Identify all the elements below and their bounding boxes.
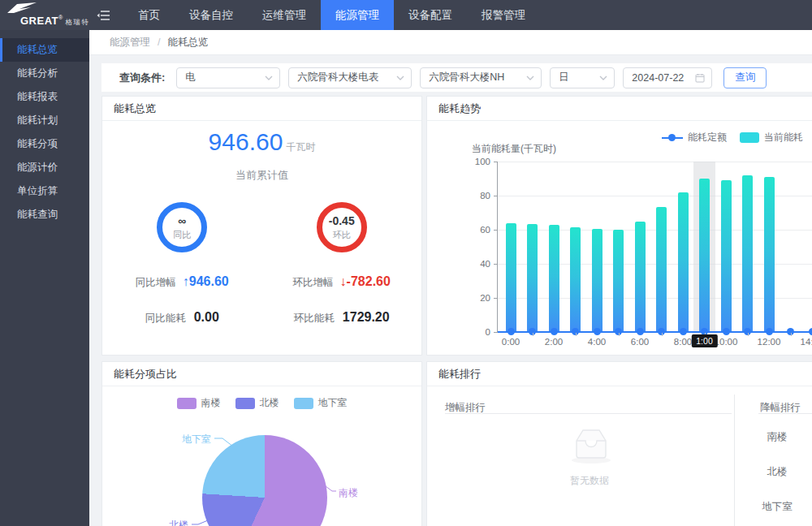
top-nav-items: 首页 设备自控 运维管理 能源管理 设备配置 报警管理	[123, 0, 540, 30]
top-nav: GREAT®格瑞特 首页 设备自控 运维管理 能源管理 设备配置 报警管理	[0, 0, 812, 30]
rank-item-north: 北楼	[753, 465, 801, 479]
pie-chart[interactable]	[202, 435, 327, 526]
sidebar-item-unit-conversion[interactable]: 单位折算	[0, 179, 89, 203]
yoy-energy-row: 同比能耗0.00	[102, 310, 262, 326]
rank-panel-title: 能耗排行	[427, 362, 812, 386]
x-axis-tick	[748, 333, 749, 336]
sidebar-item-query[interactable]: 能耗查询	[0, 203, 89, 226]
empty-state-text: 暂无数据	[549, 474, 630, 488]
quota-point-12:00[interactable]	[766, 328, 773, 335]
nav-item-alarm[interactable]: 报警管理	[467, 0, 540, 30]
calendar-icon	[695, 73, 705, 83]
legend-item-basement[interactable]: 地下室	[294, 396, 348, 410]
mom-growth-label: 环比增幅	[293, 277, 334, 288]
mom-column: -0.45 环比 环比增幅↓-782.60 环比能耗1729.20	[262, 202, 422, 326]
x-axis-tick	[662, 333, 663, 336]
quota-point-6:00[interactable]	[637, 328, 644, 335]
meter-select[interactable]: 六院骨科大楼电表	[288, 67, 412, 88]
y-axis-title: 当前能耗量(千瓦时)	[472, 142, 556, 156]
date-picker[interactable]: 2024-07-22	[623, 67, 712, 88]
rank-panel-body: 增幅排行 暂无数据 降幅排行 南楼 北楼 地下室	[427, 386, 812, 526]
breadcrumb-section[interactable]: 能源管理	[110, 36, 150, 50]
bar-11:00[interactable]	[742, 175, 753, 331]
energy-type-select[interactable]: 电	[176, 67, 280, 88]
bar-2:00[interactable]	[549, 225, 559, 331]
legend-item-north[interactable]: 北楼	[235, 396, 279, 410]
sidebar-item-report[interactable]: 能耗报表	[0, 85, 89, 109]
nav-item-home[interactable]: 首页	[123, 0, 175, 30]
arrow-down-icon: ↓	[340, 274, 347, 288]
sidebar-item-pricing[interactable]: 能源计价	[0, 156, 89, 179]
quota-point-10:00[interactable]	[723, 328, 730, 335]
north-swatch-icon	[235, 398, 255, 409]
building-select[interactable]: 六院骨科大楼NH	[420, 67, 542, 88]
comparison-columns: ∞ 同比 同比增幅↑946.60 同比能耗0.00 -0.45	[102, 202, 421, 326]
content: 查询条件: 电 六院骨科大楼电表 六院骨科大楼NH 日 2024-07-22	[89, 55, 812, 526]
bar-5:00[interactable]	[613, 230, 624, 331]
bar-0:00[interactable]	[506, 223, 516, 331]
mom-growth-value: ↓-782.60	[340, 274, 391, 288]
overview-panel-body: 946.60千瓦时 当前累计值 ∞ 同比 同比增幅↑946.60 同比能耗0.0…	[102, 121, 421, 355]
bar-6:00[interactable]	[635, 222, 646, 331]
bar-marker-icon	[740, 132, 759, 143]
pie-panel-title: 能耗分项占比	[102, 362, 421, 386]
empty-state-icon	[565, 423, 617, 468]
pie-label-south: 南楼	[339, 486, 358, 500]
sidebar-item-plan[interactable]: 能耗计划	[0, 109, 89, 132]
chevron-down-icon	[599, 75, 607, 80]
menu-collapse-icon[interactable]	[91, 0, 115, 30]
pie-legend: 南楼 北楼 地下室	[102, 396, 421, 410]
legend-item-south[interactable]: 南楼	[177, 396, 221, 410]
yoy-growth-value: ↑946.60	[183, 274, 229, 288]
legend-item-current[interactable]: 当前能耗	[727, 131, 803, 144]
quota-point-2:00[interactable]	[551, 328, 558, 335]
y-axis-line	[497, 162, 498, 333]
date-value: 2024-07-22	[632, 72, 684, 84]
sidebar-item-analysis[interactable]: 能耗分析	[0, 62, 89, 85]
energy-type-value: 电	[185, 71, 196, 84]
query-bar: 查询条件: 电 六院骨科大楼电表 六院骨科大楼NH 日 2024-07-22	[102, 63, 812, 92]
bar-1:00[interactable]	[527, 224, 538, 331]
search-button[interactable]: 查询	[723, 67, 767, 88]
bar-4:00[interactable]	[592, 229, 603, 331]
rank-panel: 能耗排行 增幅排行 暂无数据 降幅排行 南楼 北楼 地下室	[426, 361, 812, 526]
legend-item-quota[interactable]: 能耗定额	[662, 131, 727, 144]
bar-10:00[interactable]	[721, 180, 732, 331]
bar-3:00[interactable]	[570, 227, 581, 331]
building-value: 六院骨科大楼NH	[429, 71, 504, 84]
x-axis-tick-label: 12:00	[753, 337, 785, 347]
query-label: 查询条件:	[119, 71, 165, 85]
sidebar: 能耗总览 能耗分析 能耗报表 能耗计划 能耗分项 能源计价 单位折算 能耗查询	[0, 30, 89, 526]
quota-point-14:00[interactable]	[809, 328, 812, 335]
mom-energy-value: 1729.20	[343, 310, 390, 324]
y-axis-tick-label: 40	[480, 259, 490, 269]
quota-point-0:00[interactable]	[508, 328, 515, 335]
bar-12:00[interactable]	[764, 177, 775, 331]
breadcrumb-separator: /	[158, 37, 160, 48]
nav-item-device-control[interactable]: 设备自控	[175, 0, 248, 30]
overview-panel-title: 能耗总览	[102, 97, 421, 121]
period-value: 日	[559, 71, 569, 84]
nav-item-ops[interactable]: 运维管理	[248, 0, 321, 30]
legend-current-label: 当前能耗	[764, 131, 803, 144]
pie-label-basement: 地下室	[182, 433, 211, 446]
y-axis-tick-label: 100	[475, 157, 490, 166]
x-axis-tick-label: 0:00	[495, 337, 527, 347]
bar-8:00[interactable]	[678, 192, 689, 331]
mom-energy-label: 环比能耗	[294, 313, 335, 324]
quota-point-8:00[interactable]	[680, 328, 687, 335]
sidebar-item-overview[interactable]: 能耗总览	[0, 38, 89, 62]
bar-9:00[interactable]	[699, 179, 710, 331]
sidebar-item-subentry[interactable]: 能耗分项	[0, 132, 89, 156]
bar-7:00[interactable]	[656, 207, 667, 331]
total-unit: 千瓦时	[286, 141, 315, 153]
nav-item-energy[interactable]: 能源管理	[321, 0, 394, 30]
breadcrumb-current: 能耗总览	[167, 36, 208, 50]
trend-chart-plot: 0204060801000:002:004:006:008:0010:0012:…	[498, 162, 812, 332]
period-select[interactable]: 日	[550, 67, 615, 88]
quota-point-4:00[interactable]	[594, 328, 601, 335]
yoy-growth-label: 同比增幅	[136, 277, 176, 288]
south-swatch-icon	[177, 398, 197, 409]
nav-item-device-config[interactable]: 设备配置	[394, 0, 467, 30]
chevron-down-icon	[265, 75, 273, 80]
